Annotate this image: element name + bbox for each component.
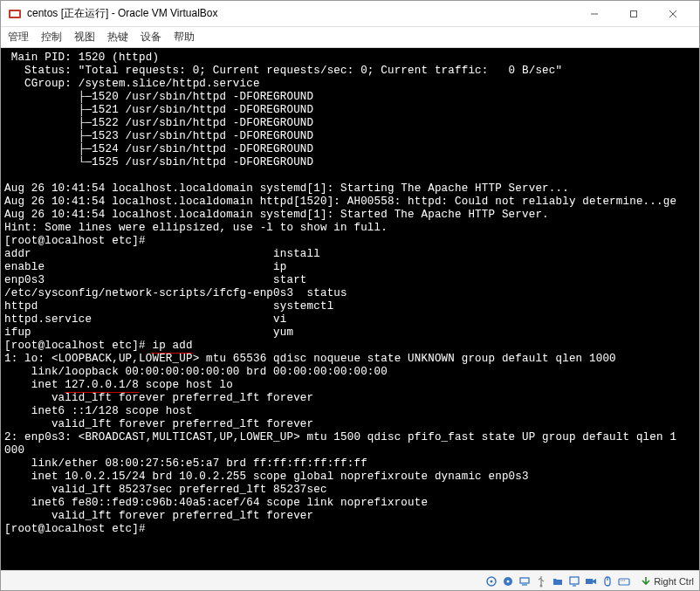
terminal-line: link/ether 08:00:27:56:e5:a7 brd ff:ff:f… xyxy=(4,457,367,470)
terminal-line: enp0s3 start xyxy=(4,274,307,286)
svg-point-7 xyxy=(491,580,493,582)
menu-devices[interactable]: 设备 xyxy=(141,30,161,45)
record-icon[interactable] xyxy=(584,574,598,588)
terminal-line: inet6 fe80::fed9:c96b:40a5:acef/64 scope… xyxy=(4,497,428,509)
window-controls xyxy=(574,2,692,26)
svg-rect-18 xyxy=(619,579,629,585)
shared-folder-icon[interactable] xyxy=(551,574,565,588)
terminal-line: [root@localhost etc]# xyxy=(4,523,146,535)
menu-view[interactable]: 视图 xyxy=(74,30,95,45)
terminal-inet-ip: 127.0.0.1/8 xyxy=(65,379,139,393)
terminal-line: ├─1521 /usr/sbin/httpd -DFOREGROUND xyxy=(4,104,313,116)
terminal-line: ├─1522 /usr/sbin/httpd -DFOREGROUND xyxy=(4,117,313,129)
display-icon[interactable] xyxy=(567,574,581,588)
terminal-inet-prefix: inet xyxy=(4,379,65,391)
terminal-line: ifup yum xyxy=(4,326,293,339)
maximize-button[interactable] xyxy=(614,2,653,26)
terminal-line: [root@localhost etc]# xyxy=(4,235,146,247)
terminal-line: Status: "Total requests: 0; Current requ… xyxy=(4,65,562,77)
terminal-line: Main PID: 1520 (httpd) xyxy=(4,52,159,64)
status-icons xyxy=(484,574,631,588)
terminal-inet-suffix: scope host lo xyxy=(139,379,233,391)
svg-point-9 xyxy=(507,580,510,582)
terminal-line: Hint: Some lines were ellipsized, use -l… xyxy=(4,222,388,234)
menu-hotkeys[interactable]: 热键 xyxy=(107,30,128,45)
host-key-text: Right Ctrl xyxy=(654,576,694,587)
terminal-line: CGroup: /system.slice/httpd.service xyxy=(4,78,260,90)
terminal-line: valid_lft forever preferred_lft forever xyxy=(4,510,313,522)
terminal-line: ├─1524 /usr/sbin/httpd -DFOREGROUND xyxy=(4,143,313,155)
svg-rect-15 xyxy=(586,579,593,584)
close-button[interactable] xyxy=(653,2,692,26)
terminal-line: /etc/sysconfig/network-scripts/ifcfg-enp… xyxy=(4,287,347,299)
keyboard-capture-icon[interactable] xyxy=(617,574,631,588)
terminal-line: httpd systemctl xyxy=(4,300,333,313)
menu-bar: 管理 控制 视图 热键 设备 帮助 xyxy=(1,27,699,48)
menu-manage[interactable]: 管理 xyxy=(8,30,29,45)
terminal-line: inet 10.0.2.15/24 brd 10.0.2.255 scope g… xyxy=(4,471,529,483)
terminal-line: enable ip xyxy=(4,261,286,273)
svg-rect-1 xyxy=(10,11,19,17)
terminal-line: Aug 26 10:41:54 localhost.localdomain ht… xyxy=(4,196,676,208)
status-bar: Right Ctrl xyxy=(1,570,699,591)
terminal-command: ip add xyxy=(152,340,192,354)
terminal-line: addr install xyxy=(4,248,320,260)
terminal-prompt: [root@localhost etc]# xyxy=(4,340,152,352)
terminal-line: valid_lft forever preferred_lft forever xyxy=(4,418,313,430)
terminal-line: ├─1523 /usr/sbin/httpd -DFOREGROUND xyxy=(4,130,313,142)
window-titlebar: centos [正在运行] - Oracle VM VirtualBox xyxy=(1,1,699,27)
terminal-line: └─1525 /usr/sbin/httpd -DFOREGROUND xyxy=(4,156,313,168)
terminal-line: 000 xyxy=(4,444,24,457)
terminal-line: inet6 ::1/128 scope host xyxy=(4,405,193,417)
menu-control[interactable]: 控制 xyxy=(41,30,62,45)
svg-rect-10 xyxy=(520,578,529,583)
terminal-line: Aug 26 10:41:54 localhost.localdomain sy… xyxy=(4,209,549,221)
virtualbox-icon xyxy=(8,7,22,21)
mouse-capture-icon[interactable] xyxy=(600,574,614,588)
usb-icon[interactable] xyxy=(534,574,548,588)
terminal-output[interactable]: Main PID: 1520 (httpd) Status: "Total re… xyxy=(1,48,699,570)
terminal-line: 1: lo: <LOOPBACK,UP,LOWER_UP> mtu 65536 … xyxy=(4,353,616,365)
network-icon[interactable] xyxy=(518,574,532,588)
host-key-indicator: Right Ctrl xyxy=(640,575,694,588)
terminal-line: 2: enp0s3: <BROADCAST,MULTICAST,UP,LOWER… xyxy=(4,431,676,443)
terminal-line: valid_lft 85237sec preferred_lft 85237se… xyxy=(4,484,327,496)
terminal-line: ├─1520 /usr/sbin/httpd -DFOREGROUND xyxy=(4,91,313,103)
terminal-line: Aug 26 10:41:54 localhost.localdomain sy… xyxy=(4,182,569,195)
optical-icon[interactable] xyxy=(501,574,515,588)
menu-help[interactable]: 帮助 xyxy=(174,30,195,45)
terminal-line: httpd.service vi xyxy=(4,313,286,326)
hostkey-arrow-icon xyxy=(640,575,652,588)
disk-icon[interactable] xyxy=(484,574,498,588)
svg-point-12 xyxy=(540,584,543,587)
terminal-line: valid_lft forever preferred_lft forever xyxy=(4,392,313,404)
terminal-line: link/loopback 00:00:00:00:00:00 brd 00:0… xyxy=(4,366,388,378)
svg-rect-13 xyxy=(570,577,579,584)
minimize-button[interactable] xyxy=(574,2,614,26)
svg-rect-3 xyxy=(630,10,636,17)
window-title: centos [正在运行] - Oracle VM VirtualBox xyxy=(27,6,574,21)
